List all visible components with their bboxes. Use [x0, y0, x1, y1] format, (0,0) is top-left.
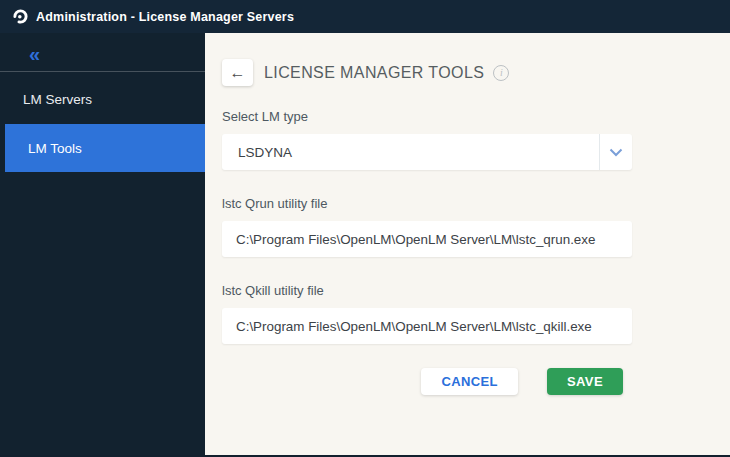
- chevron-down-icon[interactable]: [599, 134, 632, 170]
- qkill-path-input[interactable]: [222, 308, 632, 344]
- window-title: Administration - License Manager Servers: [36, 10, 294, 24]
- sidebar: « LM Servers LM Tools: [0, 33, 205, 455]
- qkill-label: lstc Qkill utility file: [222, 283, 632, 298]
- page-header: ← LICENSE MANAGER TOOLS i: [222, 59, 730, 86]
- main-panel: ← LICENSE MANAGER TOOLS i Select LM type…: [205, 33, 730, 455]
- sidebar-divider: [0, 71, 205, 72]
- action-button-row: CANCEL SAVE: [222, 368, 632, 395]
- page-title: LICENSE MANAGER TOOLS: [264, 64, 484, 82]
- lm-type-label: Select LM type: [222, 109, 632, 124]
- sidebar-item-lm-tools[interactable]: LM Tools: [5, 124, 205, 172]
- qrun-group: lstc Qrun utility file: [222, 196, 632, 257]
- qrun-path-input[interactable]: [222, 221, 632, 257]
- cancel-button[interactable]: CANCEL: [421, 368, 518, 395]
- save-button[interactable]: SAVE: [547, 368, 623, 395]
- qkill-group: lstc Qkill utility file: [222, 283, 632, 344]
- lm-type-select[interactable]: LSDYNA: [222, 134, 632, 170]
- sidebar-item-lm-servers[interactable]: LM Servers: [0, 74, 205, 124]
- app-window: Administration - License Manager Servers…: [0, 0, 730, 457]
- lm-type-group: Select LM type LSDYNA: [222, 109, 632, 170]
- qrun-label: lstc Qrun utility file: [222, 196, 632, 211]
- back-button[interactable]: ←: [222, 59, 253, 86]
- openlm-logo-icon: [12, 8, 29, 25]
- top-bar: Administration - License Manager Servers: [0, 0, 730, 33]
- sidebar-item-label: LM Tools: [28, 141, 82, 156]
- sidebar-collapse-icon[interactable]: «: [0, 33, 205, 71]
- sidebar-item-label: LM Servers: [23, 92, 92, 107]
- info-icon[interactable]: i: [493, 65, 509, 81]
- lm-type-selected-value: LSDYNA: [222, 145, 599, 160]
